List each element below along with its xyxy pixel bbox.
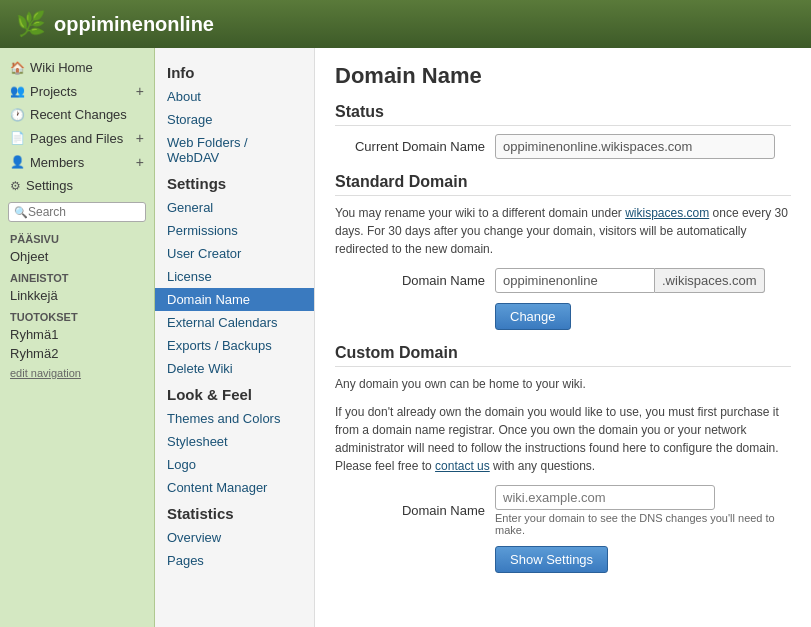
standard-domain-description: You may rename your wiki to a different … [335, 204, 791, 258]
change-button-row: Change [335, 303, 791, 330]
domain-suffix: .wikispaces.com [655, 268, 765, 293]
show-settings-button[interactable]: Show Settings [495, 546, 608, 573]
sidebar-item-recent-changes[interactable]: 🕐 Recent Changes [0, 103, 154, 126]
mnav-link-exports-backups[interactable]: Exports / Backups [155, 334, 314, 357]
domain-input-group: .wikispaces.com [495, 268, 765, 293]
recent-changes-icon: 🕐 [10, 108, 25, 122]
pages-files-plus-icon[interactable]: + [136, 130, 144, 146]
mnav-link-logo[interactable]: Logo [155, 453, 314, 476]
pages-files-icon: 📄 [10, 131, 25, 145]
sidebar-link-ryhma2[interactable]: Ryhmä2 [0, 344, 154, 363]
sidebar-label-projects: Projects [30, 84, 77, 99]
custom-domain-hint: Enter your domain to see the DNS changes… [495, 512, 791, 536]
sidebar-label-pages-files: Pages and Files [30, 131, 123, 146]
current-domain-label: Current Domain Name [335, 139, 485, 154]
sidebar-section-tuotokset: TUOTOKSET [0, 305, 154, 325]
mnav-link-delete-wiki[interactable]: Delete Wiki [155, 357, 314, 380]
custom-domain-input-group: Enter your domain to see the DNS changes… [495, 485, 791, 536]
wikispaces-link[interactable]: wikispaces.com [625, 206, 709, 220]
settings-icon: ⚙ [10, 179, 21, 193]
header-logo[interactable]: 🌿 oppiminenonline [16, 10, 214, 38]
statistics-section-title: Statistics [155, 499, 314, 526]
sidebar-link-ohjeet[interactable]: Ohjeet [0, 247, 154, 266]
middle-nav: Info About Storage Web Folders / WebDAV … [155, 48, 315, 627]
current-domain-input[interactable] [495, 134, 775, 159]
projects-plus-icon[interactable]: + [136, 83, 144, 99]
sidebar-item-pages-files[interactable]: 📄 Pages and Files + [0, 126, 154, 150]
settings-section-title: Settings [155, 169, 314, 196]
look-feel-section-title: Look & Feel [155, 380, 314, 407]
page-title: Domain Name [335, 63, 791, 89]
sidebar: 🏠 Wiki Home 👥 Projects + 🕐 Recent Change… [0, 48, 155, 627]
members-icon: 👤 [10, 155, 25, 169]
custom-domain-label: Domain Name [335, 503, 485, 518]
edit-navigation-link[interactable]: edit navigation [0, 363, 154, 383]
site-title: oppiminenonline [54, 13, 214, 36]
sidebar-label-settings: Settings [26, 178, 73, 193]
home-icon: 🏠 [10, 61, 25, 75]
mnav-link-content-manager[interactable]: Content Manager [155, 476, 314, 499]
sidebar-item-settings[interactable]: ⚙ Settings [0, 174, 154, 197]
custom-domain-input[interactable] [495, 485, 715, 510]
mnav-link-about[interactable]: About [155, 85, 314, 108]
main-content: Domain Name Status Current Domain Name S… [315, 48, 811, 627]
sidebar-label-members: Members [30, 155, 84, 170]
custom-domain-row: Domain Name Enter your domain to see the… [335, 485, 791, 536]
custom-domain-desc2: If you don't already own the domain you … [335, 403, 791, 475]
mnav-link-stylesheet[interactable]: Stylesheet [155, 430, 314, 453]
mnav-link-user-creator[interactable]: User Creator [155, 242, 314, 265]
mnav-link-webfolders[interactable]: Web Folders / WebDAV [155, 131, 314, 169]
header: 🌿 oppiminenonline [0, 0, 811, 48]
search-box[interactable]: 🔍 [8, 202, 146, 222]
info-section-title: Info [155, 58, 314, 85]
sidebar-item-projects[interactable]: 👥 Projects + [0, 79, 154, 103]
layout: 🏠 Wiki Home 👥 Projects + 🕐 Recent Change… [0, 48, 811, 627]
sidebar-item-members[interactable]: 👤 Members + [0, 150, 154, 174]
logo-icon: 🌿 [16, 10, 46, 38]
custom-domain-section-title: Custom Domain [335, 344, 791, 367]
sidebar-section-paasivu: PÄÄSIVU [0, 227, 154, 247]
mnav-link-permissions[interactable]: Permissions [155, 219, 314, 242]
standard-domain-section-title: Standard Domain [335, 173, 791, 196]
sidebar-link-linkkeja[interactable]: Linkkejä [0, 286, 154, 305]
search-icon: 🔍 [14, 206, 28, 219]
members-plus-icon[interactable]: + [136, 154, 144, 170]
current-domain-row: Current Domain Name [335, 134, 791, 159]
standard-domain-label: Domain Name [335, 273, 485, 288]
sidebar-item-wiki-home[interactable]: 🏠 Wiki Home [0, 56, 154, 79]
mnav-link-domain-name[interactable]: Domain Name [155, 288, 314, 311]
mnav-link-external-calendars[interactable]: External Calendars [155, 311, 314, 334]
sidebar-label-wiki-home: Wiki Home [30, 60, 93, 75]
contact-us-link[interactable]: contact us [435, 459, 490, 473]
mnav-link-storage[interactable]: Storage [155, 108, 314, 131]
sidebar-label-recent-changes: Recent Changes [30, 107, 127, 122]
mnav-link-overview[interactable]: Overview [155, 526, 314, 549]
sidebar-link-ryhma1[interactable]: Ryhmä1 [0, 325, 154, 344]
custom-domain-desc1: Any domain you own can be home to your w… [335, 375, 791, 393]
standard-domain-input[interactable] [495, 268, 655, 293]
standard-domain-row: Domain Name .wikispaces.com [335, 268, 791, 293]
sidebar-section-aineistot: AINEISTOT [0, 266, 154, 286]
search-input[interactable] [28, 205, 140, 219]
mnav-link-pages[interactable]: Pages [155, 549, 314, 572]
mnav-link-themes-colors[interactable]: Themes and Colors [155, 407, 314, 430]
show-settings-button-row: Show Settings [335, 546, 791, 573]
mnav-link-general[interactable]: General [155, 196, 314, 219]
change-button[interactable]: Change [495, 303, 571, 330]
projects-icon: 👥 [10, 84, 25, 98]
status-section-title: Status [335, 103, 791, 126]
mnav-link-license[interactable]: License [155, 265, 314, 288]
